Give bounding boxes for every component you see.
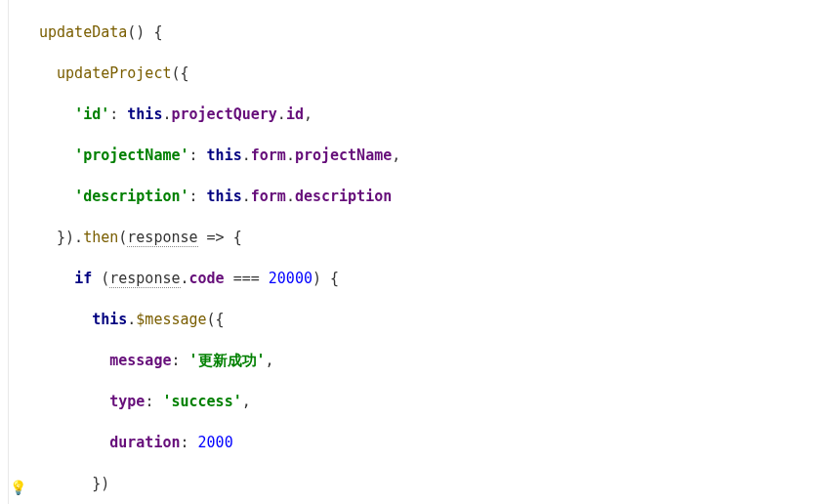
ident: response <box>109 270 180 287</box>
code-area[interactable]: updateData() { updateProject({ 'id': thi… <box>33 0 400 504</box>
key: type <box>109 393 145 410</box>
code-line: type: 'success', <box>39 392 400 412</box>
lightbulb-icon[interactable]: 💡 <box>10 479 26 498</box>
prop: form <box>251 147 286 164</box>
object-key: 'projectName' <box>74 147 188 164</box>
gutter: 💡 <box>0 0 33 504</box>
if-kw: if <box>74 270 92 287</box>
code-line: message: '更新成功', <box>39 351 400 371</box>
prop: code <box>189 270 225 287</box>
number: 2000 <box>198 434 233 451</box>
code-line: 'projectName': this.form.projectName, <box>39 146 400 166</box>
call: $message <box>136 311 206 328</box>
key: message <box>109 352 171 369</box>
code-editor: 💡 updateData() { updateProject({ 'id': t… <box>0 0 833 504</box>
prop: projectQuery <box>171 105 276 123</box>
this-kw: this <box>207 188 242 205</box>
code-line: duration: 2000 <box>39 433 400 453</box>
param: response <box>127 229 197 246</box>
string: 'success' <box>162 393 241 410</box>
code-line: updateData() { <box>39 22 400 43</box>
code-line: }) <box>39 474 400 494</box>
code-line: }).then(response => { <box>39 228 400 248</box>
call-name: updateProject <box>57 64 171 82</box>
key: duration <box>109 434 180 451</box>
code-line: if (response.code === 20000) { <box>39 269 400 289</box>
number: 20000 <box>269 270 312 287</box>
prop: form <box>251 188 286 205</box>
code-line: 'description': this.form.description <box>39 187 400 207</box>
string: '更新成功' <box>189 352 266 369</box>
this-kw: this <box>207 147 242 164</box>
this-kw: this <box>92 311 127 328</box>
object-key: 'id' <box>74 105 109 123</box>
object-key: 'description' <box>74 188 188 205</box>
field: projectName <box>295 147 392 164</box>
field: description <box>295 188 392 205</box>
code-line: updateProject({ <box>39 63 400 84</box>
field: id <box>286 105 304 123</box>
then: then <box>83 229 118 246</box>
method-name: updateData <box>39 23 127 41</box>
this-kw: this <box>127 105 162 123</box>
code-line: this.$message({ <box>39 310 400 330</box>
code-line: 'id': this.projectQuery.id, <box>39 105 400 125</box>
fold-guide <box>8 0 9 504</box>
